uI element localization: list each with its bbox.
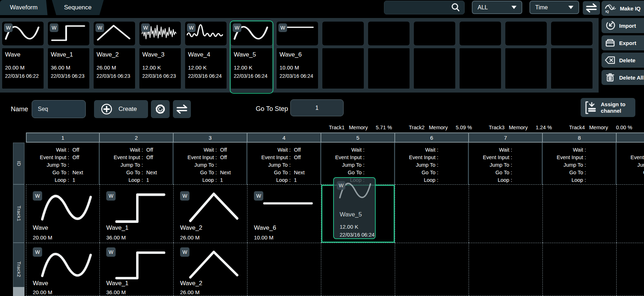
filter-type-dropdown[interactable]: ALL xyxy=(472,1,522,14)
track2-step3-cell[interactable]: W Wave_2 26.00 M xyxy=(174,243,247,296)
step-settings-cell-1[interactable]: Wait :Off Event Input :Off Jump To : Go … xyxy=(26,143,100,184)
cell-waveform-name: Wave_2 xyxy=(180,280,202,287)
waveform-badge: W xyxy=(33,247,42,257)
cell-waveform-size: 20.00 M xyxy=(33,289,52,295)
track1-step7-cell[interactable] xyxy=(469,184,543,243)
waveform-thumbnail: W xyxy=(2,22,44,45)
cell-waveform-size: 36.00 M xyxy=(106,234,126,241)
track1-step2-cell[interactable]: W Wave_1 36.00 M xyxy=(100,184,174,243)
step-header-7[interactable]: 7 xyxy=(469,133,543,142)
cell-waveform-name: Wave xyxy=(33,280,48,287)
drag-card-name: Wave_5 xyxy=(340,211,362,218)
step-settings-cell-7[interactable]: Wait : Event Input : Jump To : Go To : L… xyxy=(469,143,543,184)
search-icon xyxy=(451,3,461,13)
step-header-5[interactable]: 5 xyxy=(321,133,395,142)
waveform-card-wave-2[interactable]: W Wave_2 26.00 M 22/03/16 06:23 xyxy=(94,22,135,93)
sequence-settings-button[interactable] xyxy=(151,100,170,118)
step-header-9[interactable] xyxy=(617,133,644,142)
filter-domain-dropdown[interactable]: Time xyxy=(529,1,579,14)
import-button[interactable]: Import xyxy=(601,18,644,33)
track2-step8-cell[interactable] xyxy=(543,243,617,296)
waveform-card-wave[interactable]: W Wave 20.00 M 22/03/16 06:22 xyxy=(2,22,44,93)
waveform-date: 22/03/16 06:24 xyxy=(188,73,224,79)
track1-step3-cell[interactable]: W Wave_2 26.00 M xyxy=(174,184,247,243)
track1-step1-cell[interactable]: W Wave 20.00 M xyxy=(26,184,100,243)
step-settings-cell-6[interactable]: Wait : Event Input : Jump To : Go To : L… xyxy=(395,143,469,184)
tab-waveform[interactable]: Waveform xyxy=(0,0,48,15)
sequence-name-label: Name xyxy=(11,106,28,113)
step-header-1[interactable]: 1 xyxy=(26,133,100,142)
waveform-card-wave-3[interactable]: W Wave_3 12.00 K 22/03/16 06:23 xyxy=(139,22,181,93)
cell-waveform-name: Wave_2 xyxy=(180,224,202,232)
filter-domain-value: Time xyxy=(535,4,548,11)
waveform-info: Wave_3 12.00 K 22/03/16 06:23 xyxy=(139,48,181,89)
step-settings-cell-4[interactable]: Wait :Off Event Input :Off Jump To : Go … xyxy=(247,143,321,184)
track2-step5-cell[interactable] xyxy=(321,243,395,296)
waveform-name: Wave_3 xyxy=(142,51,178,58)
step-settings-cell-8[interactable]: Wait : Event Input : Jump To : Go To : L… xyxy=(543,143,617,184)
step-settings-cell-2[interactable]: Wait :Off Event Input :Off Jump To : Go … xyxy=(100,143,174,184)
vertical-scrollbar-thumb[interactable] xyxy=(13,287,24,296)
waveform-thumbnail: W xyxy=(277,22,318,45)
delete-button[interactable]: Delete xyxy=(601,53,644,68)
delete-all-button[interactable]: Delete All xyxy=(601,70,644,85)
sequence-name-input[interactable]: Seq xyxy=(32,100,86,118)
track1-step6-cell[interactable] xyxy=(395,184,469,243)
waveform-card-wave-4[interactable]: W Wave_4 12.00 K 22/03/16 06:24 xyxy=(185,22,227,93)
cell-waveform-size: 10.00 M xyxy=(254,234,273,241)
search-input[interactable] xyxy=(384,1,465,14)
tab-sequence[interactable]: Sequence xyxy=(50,0,105,15)
track2-step2-cell[interactable]: W Wave_1 36.00 M xyxy=(100,243,174,296)
track1-step8-cell[interactable] xyxy=(543,184,617,243)
waveform-date: 22/03/16 06:23 xyxy=(51,73,86,79)
reorder-steps-button[interactable] xyxy=(173,100,191,118)
waveform-size: 12.00 K xyxy=(142,64,178,71)
import-label: Import xyxy=(619,23,636,29)
track1-step4-cell[interactable]: W Wave_6 10.00 M xyxy=(247,184,321,243)
export-button[interactable]: Export xyxy=(601,35,644,50)
waveform-card-wave-6[interactable]: W Wave_6 10.00 M 22/03/16 06:24 xyxy=(277,22,318,93)
waveform-card-wave-1[interactable]: W Wave_1 36.00 M 22/03/16 06:23 xyxy=(48,22,89,93)
waveform-badge: W xyxy=(95,23,104,32)
app-root: Waveform Sequence ALL Time IQ Make IQ Im… xyxy=(0,0,644,296)
assign-to-channel-label: Assign to channel xyxy=(601,101,625,114)
waveform-badge: W xyxy=(337,181,345,190)
triangle-waveform-icon xyxy=(186,188,242,228)
waveform-name: Wave_1 xyxy=(51,51,86,58)
sine-waveform-icon xyxy=(39,188,94,228)
export-label: Export xyxy=(619,40,636,46)
track1-step9-cell[interactable] xyxy=(617,184,644,243)
track2-step6-cell[interactable] xyxy=(395,243,469,296)
step-settings-cell-3[interactable]: Wait :Off Event Input :Off Jump To : Go … xyxy=(174,143,247,184)
step-header-8[interactable]: 8 xyxy=(543,133,617,142)
empty-waveform-slot xyxy=(505,22,547,93)
waveform-date: 22/03/16 06:24 xyxy=(234,73,269,79)
goto-step-input[interactable]: 1 xyxy=(290,99,344,116)
waveform-thumbnail: W xyxy=(185,22,227,45)
assign-to-channel-button[interactable]: Assign to channel xyxy=(581,98,635,117)
step-header-6[interactable]: 6 xyxy=(395,133,469,142)
drag-ghost-waveform-card[interactable]: W Wave_5 12.00 K 22/03/16 06:24 xyxy=(333,177,376,239)
track1-memory-indicator: Track1Memory5.71 % xyxy=(329,124,392,131)
waveform-badge: W xyxy=(187,23,196,32)
step-header-3[interactable]: 3 xyxy=(174,133,247,142)
waveform-badge: W xyxy=(180,191,189,201)
import-icon xyxy=(604,20,616,31)
cell-waveform-size: 26.00 M xyxy=(180,234,200,241)
step-settings-cell-9[interactable]: Wait : Event Input : Jump To : Go To : L… xyxy=(617,143,644,184)
waveform-card-wave-5[interactable]: W Wave_5 12.00 K 22/03/16 06:24 xyxy=(231,22,272,93)
transfer-button[interactable] xyxy=(583,1,600,15)
track2-memory-indicator: Track2Memory5.09 % xyxy=(409,124,472,131)
track2-step4-cell[interactable] xyxy=(247,243,321,296)
make-iq-button[interactable]: IQ Make IQ xyxy=(601,1,644,16)
svg-text:IQ: IQ xyxy=(605,10,609,13)
create-button[interactable]: Create xyxy=(94,100,148,118)
track2-step1-cell[interactable]: W Wave 20.00 M xyxy=(26,243,100,296)
waveform-badge: W xyxy=(233,23,241,32)
step-header-4[interactable]: 4 xyxy=(247,133,321,142)
track2-step7-cell[interactable] xyxy=(469,243,543,296)
cell-waveform-size: 20.00 M xyxy=(33,234,52,241)
step-header-2[interactable]: 2 xyxy=(100,133,174,142)
track2-step9-cell[interactable] xyxy=(617,243,644,296)
step-waveform-icon xyxy=(112,247,168,284)
